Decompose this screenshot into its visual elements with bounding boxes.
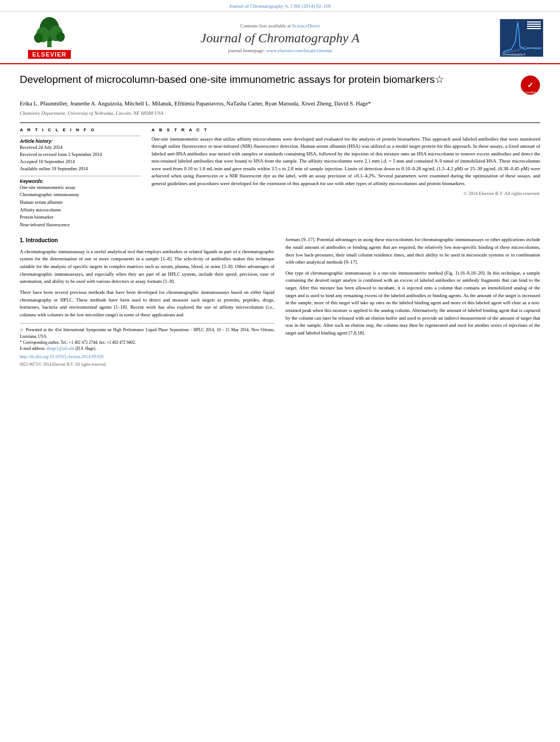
svg-text:Chromatography A: Chromatography A: [502, 53, 525, 56]
body-section: 1. Introduction A chromatographic immuno…: [20, 236, 540, 367]
star-footnote: ☆ Presented at the 41st International Sy…: [20, 327, 275, 339]
journal-cover-image: Chromatography A: [500, 19, 544, 57]
keyword-4: Affinity microcolumn: [20, 207, 141, 214]
right-body-col: formats [9–17]. Potential advantages in …: [285, 236, 540, 367]
doi-line: http://dx.doi.org/10.1016/j.chroma.2014.…: [20, 354, 275, 360]
elsevier-logo: ELSEVIER: [16, 17, 82, 59]
right-paragraph-2: One type of chromatographic immunoassay …: [285, 270, 540, 337]
journal-header: ELSEVIER Contents lists available at Sci…: [0, 12, 560, 64]
keyword-2: Chromatographic immunoassay: [20, 191, 141, 199]
contents-line: Contents lists available at ScienceDirec…: [82, 23, 478, 29]
keyword-5: Protein biomarker: [20, 214, 141, 221]
paper-title: Development of microcolumn-based one-sit…: [20, 73, 444, 87]
email-link[interactable]: dhage1@unl.edu: [47, 346, 75, 351]
authors-list: Erika L. Pfaunmiller, Jeanethe A. Anguiz…: [20, 99, 540, 108]
corresponding-footnote: * Corresponding author. Tel.: +1 402 472…: [20, 339, 275, 345]
right-paragraph-1: formats [9–17]. Potential advantages in …: [285, 236, 540, 266]
journal-citation-bar: Journal of Chromatography A, 1366 (2014)…: [0, 0, 560, 12]
svg-text:CrossMark: CrossMark: [524, 91, 537, 94]
article-info-column: A R T I C L E I N F O Article history: R…: [20, 127, 141, 229]
copyright: © 2014 Elsevier B.V. All rights reserved…: [152, 191, 540, 196]
journal-header-center: Contents lists available at ScienceDirec…: [82, 23, 478, 53]
article-history-label: Article history:: [20, 138, 141, 144]
issn-line: 0021-9673/© 2014 Elsevier B.V. All right…: [20, 361, 275, 367]
left-body-col: 1. Introduction A chromatographic immuno…: [20, 236, 275, 367]
info-abstract-section: A R T I C L E I N F O Article history: R…: [20, 122, 540, 229]
affiliation: Chemistry Department, University of Nebr…: [20, 110, 540, 116]
journal-cover-area: Chromatography A: [478, 19, 544, 57]
keyword-1: One-site immunometric assay: [20, 184, 141, 192]
journal-homepage: journal homepage: www.elsevier.com/locat…: [82, 48, 478, 53]
sciencedirect-link[interactable]: ScienceDirect: [292, 23, 320, 29]
available-row: Available online 19 September 2014: [20, 165, 141, 171]
intro-section-title: 1. Introduction: [20, 236, 275, 245]
intro-paragraph-1: A chromatographic immunoassay is a usefu…: [20, 248, 275, 286]
keywords-divider: [20, 176, 141, 176]
elsevier-tree-icon: [27, 17, 71, 50]
abstract-header: A B S T R A C T: [152, 127, 540, 132]
keyword-3: Human serum albumin: [20, 199, 141, 207]
elsevier-logo-area: ELSEVIER: [16, 17, 82, 59]
keyword-6: Near-infrared fluorescence: [20, 221, 141, 229]
intro-paragraph-2: There have been several previous methods…: [20, 289, 275, 319]
info-divider: [20, 136, 141, 136]
article-info-header: A R T I C L E I N F O: [20, 127, 141, 132]
svg-point-4: [34, 33, 43, 43]
received-row: Received 24 July 2014: [20, 144, 141, 150]
svg-text:✓: ✓: [527, 81, 534, 90]
email-line: E-mail address: dhage1@unl.edu (D.S. Hag…: [20, 345, 275, 352]
abstract-column: A B S T R A C T One-site immunometric as…: [152, 127, 540, 229]
paper-title-section: Development of microcolumn-based one-sit…: [20, 73, 540, 95]
cover-decoration: [527, 21, 541, 29]
main-content: Development of microcolumn-based one-sit…: [0, 64, 560, 373]
svg-point-5: [56, 32, 65, 42]
keywords-label: Keywords:: [20, 178, 141, 184]
page: Journal of Chromatography A, 1366 (2014)…: [0, 0, 560, 742]
accepted-row: Accepted 10 September 2014: [20, 158, 141, 164]
keywords-section: Keywords: One-site immunometric assay Ch…: [20, 176, 141, 229]
doi-link[interactable]: http://dx.doi.org/10.1016/j.chroma.2014.…: [20, 354, 104, 359]
journal-title: Journal of Chromatography A: [82, 31, 478, 46]
journal-citation: Journal of Chromatography A, 1366 (2014)…: [229, 3, 331, 9]
abstract-text: One-site immunometric assays that utiliz…: [152, 136, 540, 188]
revised-row: Received in revised form 3 September 201…: [20, 151, 141, 157]
crossmark-icon: ✓ CrossMark: [520, 75, 540, 95]
elsevier-wordmark: ELSEVIER: [28, 50, 71, 59]
footnotes-section: ☆ Presented at the 41st International Sy…: [20, 323, 275, 367]
homepage-link[interactable]: www.elsevier.com/locate/chroma: [266, 48, 332, 53]
